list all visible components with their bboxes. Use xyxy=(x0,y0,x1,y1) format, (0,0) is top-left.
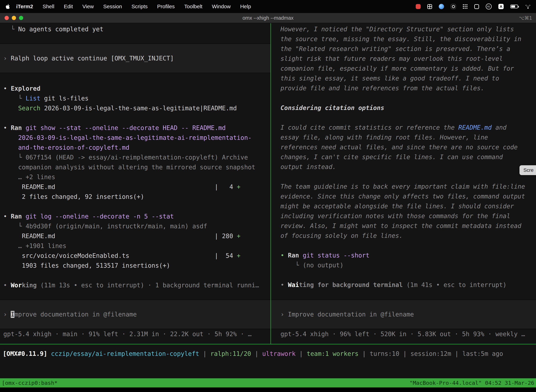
text-segment: | xyxy=(399,350,411,357)
menu-item-window[interactable]: Window xyxy=(207,4,235,9)
text-segment: [OMX#0.11.9] xyxy=(3,350,47,357)
terminal-line: the "Related research writing" section i… xyxy=(281,44,536,54)
text-segment: review. Also, I might want to inspect th… xyxy=(281,222,522,229)
text-segment: I could cite commit statistics or refere… xyxy=(281,124,458,131)
zoom-window-button[interactable] xyxy=(19,16,23,20)
text-segment: Improve documentation in @filename xyxy=(288,311,414,318)
terminal-line xyxy=(281,93,536,103)
terminal-line: companion file, especially if more comme… xyxy=(281,64,536,73)
text-segment: + xyxy=(237,252,241,259)
menu-item-help[interactable]: Help xyxy=(235,4,256,9)
terminal-line xyxy=(281,172,536,182)
terminal-line xyxy=(281,113,536,123)
minimize-window-button[interactable] xyxy=(12,16,16,20)
dark-app-icon[interactable] xyxy=(451,4,456,9)
terminal-line: └ 067f154 (HEAD -> essay/ai-reimplementa… xyxy=(3,152,270,162)
text-segment: gpt-5.4 xhigh · main · 91% left · 2.31M … xyxy=(3,331,252,338)
text-segment xyxy=(3,144,18,151)
text-segment: | xyxy=(296,350,307,357)
terminal-line: of focusing solely on file lines. xyxy=(281,231,536,241)
right-agent-log: However, I noticed the "Directory Struct… xyxy=(271,24,536,290)
text-segment: the source tree, missing the essay. Stil… xyxy=(281,36,522,42)
text-segment: evidence. Since this change only affects… xyxy=(281,193,525,200)
text-segment: | xyxy=(251,350,262,357)
apple-logo-icon[interactable] xyxy=(5,4,11,9)
text-segment: Search xyxy=(18,105,40,112)
terminal-line: └ No agents completed yet xyxy=(3,24,270,34)
terminal-line xyxy=(3,271,270,280)
text-segment: However, I noticed the "Directory Struct… xyxy=(281,26,514,33)
terminal-line: references need actual files, and since … xyxy=(281,142,536,152)
blue-app-icon[interactable] xyxy=(439,4,444,9)
terminal-line: └ 4b9d30f (origin/main, instructkr/main,… xyxy=(3,221,270,231)
ralph-inject-banner: › Ralph loop active continue [OMX_TMUX_I… xyxy=(0,44,270,73)
key-app-icon[interactable] xyxy=(474,4,479,9)
terminal-line: companion analysis without altering the … xyxy=(3,162,270,172)
terminal-line: I could cite commit statistics or refere… xyxy=(281,123,536,132)
text-segment: gpt-5.4 xhigh · 96% left · 520K in · 5.8… xyxy=(281,331,525,338)
text-segment: 2 files changed, 92 insertions(+) xyxy=(3,193,144,200)
battery-icon[interactable] xyxy=(510,5,518,9)
text-segment: + xyxy=(237,183,241,190)
tmux-host-clock-label: "MacBook-Pro-44.local" 04:52 31-Mar-26 xyxy=(410,380,534,386)
text-segment: team:1 workers xyxy=(307,350,359,357)
close-window-button[interactable] xyxy=(5,16,9,20)
text-segment: src/voice/voiceModeEnabled.ts | 54 xyxy=(3,252,237,259)
terminal-line: changes, I can't cite specific file line… xyxy=(281,152,536,162)
text-segment: Explored xyxy=(11,85,40,92)
menu-item-profiles[interactable]: Profiles xyxy=(152,4,179,9)
terminal-line xyxy=(281,241,536,250)
screen-overlay-button[interactable]: Scre xyxy=(519,165,536,175)
terminal-line: • Waiting for background terminal (1m 41… xyxy=(281,280,536,290)
text-segment: • xyxy=(281,281,288,288)
text-segment: └ xyxy=(281,262,303,269)
screen-recording-icon[interactable] xyxy=(416,4,421,9)
window-title: omx --xhigh --madmax xyxy=(0,15,536,21)
battery-gauge-icon[interactable]: 61 xyxy=(486,4,492,9)
input-source-icon[interactable]: A xyxy=(498,4,504,9)
menu-item-shell[interactable]: Shell xyxy=(38,4,59,9)
terminal-line: 2026-03-09-is-legal-the-same-as-legitima… xyxy=(3,133,270,143)
terminal-line: [OMX#0.11.9] cczip/essay/ai-reimplementa… xyxy=(3,349,536,359)
menu-item-toolbelt[interactable]: Toolbelt xyxy=(180,4,207,9)
terminal-line: • Ran git log --oneline --decorate -n 5 … xyxy=(3,211,270,221)
menu-item-session[interactable]: Session xyxy=(98,4,127,9)
text-segment: README.md xyxy=(458,124,492,131)
text-segment: Ran xyxy=(11,213,22,220)
terminal-line xyxy=(281,270,536,280)
terminal-line xyxy=(3,202,270,211)
menu-item-view[interactable]: View xyxy=(78,4,98,9)
text-segment: essay file, along with finding root file… xyxy=(281,134,488,141)
text-segment: ralph:11/20 xyxy=(210,350,251,357)
terminal-line: provide file and line references from th… xyxy=(281,83,536,93)
text-segment: git log --oneline --decorate -n 5 --stat xyxy=(25,213,174,220)
text-segment: › xyxy=(281,311,288,318)
menu-item-iterm2[interactable]: iTerm2 xyxy=(14,4,38,9)
text-segment: | xyxy=(451,350,462,357)
text-segment: List xyxy=(25,95,40,102)
terminal-line: Search 2026-03-09-is-legal-the-same-as-l… xyxy=(3,103,270,113)
window-grid-icon[interactable] xyxy=(427,4,432,9)
text-segment: No agents completed yet xyxy=(18,26,103,33)
terminal-line: including verification notes with those … xyxy=(281,211,536,221)
text-segment: including verification notes with those … xyxy=(281,213,510,219)
dot-grid-icon[interactable] xyxy=(463,4,468,9)
wifi-icon[interactable] xyxy=(525,4,531,9)
left-prompt-input[interactable]: › Improve documentation in @filename xyxy=(0,300,270,329)
text-segment: session:12m xyxy=(411,350,451,357)
text-segment: Wor xyxy=(11,282,22,289)
terminal-line: and-the-erosion-of-copyleft.md xyxy=(3,143,270,152)
terminal-line: … +1901 lines xyxy=(3,241,270,251)
left-model-status: gpt-5.4 xhigh · main · 91% left · 2.31M … xyxy=(0,329,270,339)
text-segment: I xyxy=(11,311,14,318)
text-segment xyxy=(22,124,25,131)
menu-item-scripts[interactable]: Scripts xyxy=(127,4,153,9)
text-segment: • xyxy=(3,213,11,220)
menu-item-edit[interactable]: Edit xyxy=(59,4,78,9)
text-segment: the "Related research writing" section i… xyxy=(281,45,510,52)
text-segment: › xyxy=(3,311,11,318)
terminal-line: The team guideline is to back every impo… xyxy=(281,182,536,191)
text-segment: and-the-erosion-of-copyleft.md xyxy=(18,144,129,151)
text-segment: • xyxy=(3,282,11,289)
right-prompt-input[interactable]: › Improve documentation in @filename xyxy=(271,300,536,329)
